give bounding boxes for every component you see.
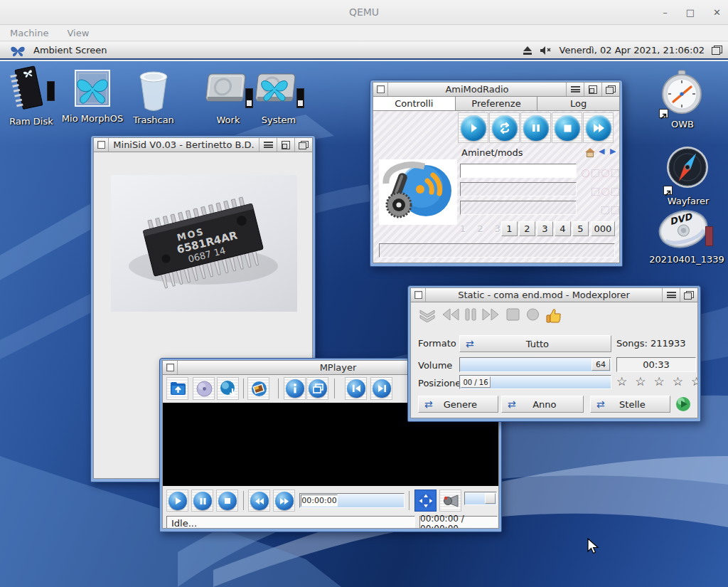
mp-rewind-button[interactable]	[248, 490, 270, 512]
star-icon[interactable]: ☆	[673, 374, 683, 388]
star-icon[interactable]: ☆	[654, 374, 665, 388]
close-button[interactable]: ✕	[713, 7, 721, 18]
anno-cycle-button[interactable]: ⇄ Anno	[501, 396, 584, 413]
depth-gadget[interactable]	[294, 138, 312, 152]
playlist-button[interactable]	[306, 377, 328, 400]
rating-button-3[interactable]: 3	[537, 221, 553, 236]
eject-icon[interactable]	[523, 46, 532, 55]
mp-stop-button[interactable]	[216, 490, 238, 512]
genere-cycle-button[interactable]: ⇄ Genere	[418, 396, 498, 413]
desktop-icon-dvd[interactable]: DVD 20210401_1339	[651, 208, 722, 265]
rewind-icon	[250, 492, 269, 510]
desktop-icon-ramdisk[interactable]: Ram Disk	[4, 65, 58, 127]
volume-knob[interactable]	[485, 493, 496, 504]
desktop[interactable]: Ram Disk Mio MorphOS Trashcan	[0, 61, 728, 587]
minimize-button[interactable]: –	[663, 7, 668, 18]
position-slider[interactable]: 00 / 16	[459, 375, 611, 389]
tab-log[interactable]: Log	[537, 97, 619, 110]
tab-preferenze[interactable]: Preferenze	[456, 97, 538, 110]
open-file-button[interactable]	[166, 377, 188, 400]
desktop-icon-miomorphos[interactable]: Mio MorphOS	[63, 67, 122, 124]
desktop-icon-trashcan[interactable]: Trashcan	[128, 68, 179, 125]
position-knob[interactable]: 00 / 16	[461, 376, 491, 388]
maximize-button[interactable]: □	[686, 7, 695, 18]
seek-forward-button[interactable]	[370, 377, 392, 400]
mp-play-button[interactable]	[166, 490, 188, 512]
volume-knob[interactable]: 64	[592, 359, 610, 371]
ambient-screen-bar[interactable]: Ambient Screen Venerdì, 02 Apr 2021, 21:…	[0, 42, 728, 60]
window-menu-gadget[interactable]	[259, 138, 277, 152]
rating-button-5[interactable]: 5	[572, 221, 589, 236]
modexplorer-window[interactable]: Static - coma end.mod - Modexplorer	[407, 285, 701, 422]
skin-browser-button[interactable]	[247, 377, 269, 400]
desktop-icon-system[interactable]: System	[250, 70, 307, 125]
depth-gadget[interactable]	[680, 288, 697, 302]
eject-icon[interactable]	[418, 308, 437, 322]
close-gadget[interactable]	[163, 361, 178, 374]
star-rating[interactable]: ☆ ☆ ☆ ☆ ☆	[616, 374, 698, 388]
fullscreen-button[interactable]	[414, 490, 437, 512]
mouse-cursor	[587, 538, 599, 555]
close-gadget[interactable]	[411, 288, 426, 302]
next-icon[interactable]	[482, 308, 499, 321]
trashcan-icon	[135, 68, 172, 112]
window-menu-gadget[interactable]	[566, 83, 584, 96]
open-disc-button[interactable]	[193, 377, 215, 400]
zoom-gadget[interactable]	[277, 138, 294, 152]
zoom-gadget[interactable]	[584, 83, 601, 96]
next-button[interactable]	[583, 112, 614, 143]
home-icon[interactable]	[585, 148, 595, 157]
play-icon	[461, 115, 486, 141]
star-icon[interactable]: ☆	[691, 374, 698, 388]
repeat-button[interactable]	[489, 112, 520, 143]
formato-cycle-button[interactable]: ⇄ Tutto	[459, 335, 611, 352]
star-icon[interactable]: ☆	[616, 374, 627, 388]
module-search-input[interactable]	[460, 164, 577, 178]
nav-prev-icon[interactable]: ◀	[599, 147, 604, 156]
refresh-play-button[interactable]	[675, 396, 691, 412]
seek-back-button[interactable]	[345, 377, 367, 400]
prev-icon[interactable]	[442, 308, 459, 321]
close-gadget[interactable]	[373, 83, 388, 96]
stop-button[interactable]	[552, 112, 582, 143]
tab-controlli[interactable]: Controlli	[373, 97, 456, 110]
menu-machine[interactable]: Machine	[10, 28, 48, 38]
amimodradio-titlebar[interactable]: AmiModRadio	[373, 82, 620, 97]
desktop-icon-work[interactable]: Work	[200, 70, 256, 125]
stelle-cycle-button[interactable]: ⇄ Stelle	[590, 396, 670, 413]
open-url-button[interactable]	[217, 377, 239, 400]
mute-button[interactable]	[439, 490, 461, 512]
rating-button-4[interactable]: 4	[555, 221, 571, 236]
mp-ffwd-button[interactable]	[273, 490, 295, 512]
rating-button-2[interactable]: 2	[519, 221, 535, 236]
star-icon[interactable]: ☆	[635, 374, 646, 388]
info-button[interactable]	[284, 377, 306, 400]
depth-gadget[interactable]	[601, 83, 619, 96]
icon-label: 20210401_1339	[649, 254, 724, 265]
nav-next-icon[interactable]: ▶	[610, 147, 616, 156]
amimodradio-tabs: Controlli Preferenze Log	[373, 97, 620, 111]
minisid-titlebar[interactable]: MiniSid V0.03 - Bertinetto B.D.	[93, 137, 313, 152]
pause-icon[interactable]	[465, 308, 476, 321]
speaker-muted-icon[interactable]	[540, 46, 552, 55]
pause-button[interactable]	[520, 112, 551, 143]
amimodradio-window[interactable]: AmiModRadio Controlli Preferenze Log	[370, 80, 623, 267]
record-icon[interactable]	[526, 308, 540, 321]
modexplorer-titlebar[interactable]: Static - coma end.mod - Modexplorer	[410, 287, 698, 302]
mp-pause-button[interactable]	[191, 490, 213, 512]
desktop-icon-wayfarer[interactable]: Wayfarer	[655, 144, 721, 206]
play-button[interactable]	[458, 112, 488, 143]
window-menu-gadget[interactable]	[662, 288, 680, 302]
seek-slider[interactable]: 00:00:00	[299, 493, 405, 508]
thumbs-up-icon[interactable]	[546, 308, 562, 323]
volume-slider[interactable]: 64	[459, 357, 611, 372]
desktop-icon-owb[interactable]: OWB	[653, 70, 712, 129]
menu-view[interactable]: View	[67, 28, 89, 38]
rating-button-1[interactable]: 1	[501, 221, 518, 236]
volume-slider[interactable]	[464, 492, 497, 505]
stelle-label: Stelle	[611, 399, 654, 410]
stop-icon[interactable]	[506, 308, 520, 321]
screen-depth-icon[interactable]	[712, 46, 722, 55]
close-gadget[interactable]	[94, 138, 109, 152]
volume-label: Volume	[418, 360, 452, 371]
